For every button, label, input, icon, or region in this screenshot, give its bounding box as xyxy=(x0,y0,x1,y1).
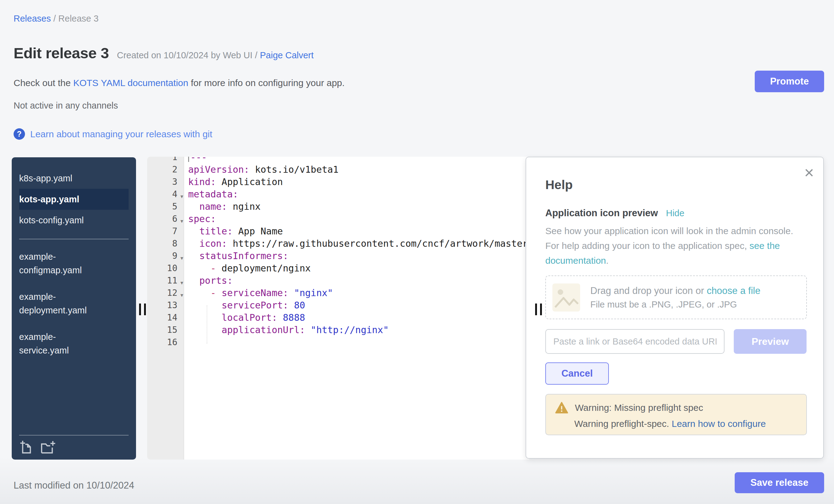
code-text: name: nginx xyxy=(184,200,261,213)
code-line[interactable]: 15 applicationUrl: "http://nginx" xyxy=(147,324,529,336)
title-row: Edit release 3 Created on 10/10/2024 by … xyxy=(14,44,314,62)
code-text: icon: https://raw.githubusercontent.com/… xyxy=(184,238,529,250)
warning-box: Warning: Missing preflight spec Warning … xyxy=(545,394,807,435)
cancel-button[interactable]: Cancel xyxy=(545,363,609,385)
promote-button[interactable]: Promote xyxy=(755,71,824,92)
line-number: 11 xyxy=(147,275,184,287)
code-text: ports: xyxy=(184,275,233,287)
code-text: localPort: 8888 xyxy=(184,311,305,324)
code-rows: 1---2apiVersion: kots.io/v1beta13kind: A… xyxy=(147,157,529,349)
code-line[interactable]: 9 statusInformers: xyxy=(147,250,529,262)
add-folder-icon[interactable] xyxy=(40,440,56,455)
code-text: applicationUrl: "http://nginx" xyxy=(184,324,389,336)
line-number: 8 xyxy=(147,238,184,250)
code-line[interactable]: 8 icon: https://raw.githubusercontent.co… xyxy=(147,238,529,250)
page-title: Edit release 3 xyxy=(14,44,109,62)
line-number: 4 xyxy=(147,188,184,200)
line-number: 1 xyxy=(147,157,184,163)
code-text: --- xyxy=(184,157,207,163)
description-period: . xyxy=(606,256,609,266)
pane-resize-handle-left[interactable] xyxy=(139,304,146,315)
created-info: Created on 10/10/2024 by Web UI / Paige … xyxy=(117,50,314,61)
line-number: 10 xyxy=(147,262,184,275)
code-text: metadata: xyxy=(184,188,238,200)
add-file-icon[interactable] xyxy=(19,440,33,455)
created-author-link[interactable]: Paige Calvert xyxy=(260,50,314,60)
dropzone-text: Drag and drop your icon or xyxy=(590,285,707,296)
close-icon[interactable]: × xyxy=(804,164,814,181)
code-line[interactable]: 6spec: xyxy=(147,213,529,225)
sidebar-file[interactable]: kots-config.yaml xyxy=(19,210,129,231)
sidebar-file[interactable]: example-service.yaml xyxy=(19,328,96,360)
code-line[interactable]: 1--- xyxy=(147,157,529,163)
file-group-app: k8s-app.yamlkots-app.yamlkots-config.yam… xyxy=(12,168,136,231)
icon-dropzone[interactable]: Drag and drop your icon or choose a file… xyxy=(545,276,807,319)
line-number: 2 xyxy=(147,163,184,176)
kots-doc-link[interactable]: KOTS YAML documentation xyxy=(73,78,188,88)
text-cursor xyxy=(188,157,189,162)
code-text: kind: Application xyxy=(184,176,283,188)
sidebar-file[interactable]: example-deployment.yaml xyxy=(19,287,96,320)
breadcrumb-current: Release 3 xyxy=(58,14,99,23)
code-line[interactable]: 10 - deployment/nginx xyxy=(147,262,529,275)
warning-icon xyxy=(555,402,568,414)
created-text: Created on 10/10/2024 by Web UI / xyxy=(117,50,260,60)
code-text: servicePort: 80 xyxy=(184,299,305,311)
code-line[interactable]: 13 servicePort: 80 xyxy=(147,299,529,311)
warning-text: Warning preflight-spec. xyxy=(574,419,672,429)
code-text xyxy=(184,336,188,349)
icon-url-input[interactable] xyxy=(545,329,725,354)
doc-hint: Check out the KOTS YAML documentation fo… xyxy=(14,78,345,88)
code-line[interactable]: 11 ports: xyxy=(147,275,529,287)
sidebar-actions-divider xyxy=(19,435,129,436)
hide-link[interactable]: Hide xyxy=(666,208,684,218)
code-text: - deployment/nginx xyxy=(184,262,311,275)
help-panel: × Help Application icon preview Hide See… xyxy=(526,157,824,459)
line-number: 14 xyxy=(147,311,184,324)
pane-resize-handle-right[interactable] xyxy=(535,304,542,315)
image-placeholder-icon xyxy=(552,283,580,312)
line-number: 13 xyxy=(147,299,184,311)
sidebar-file[interactable]: example-configmap.yaml xyxy=(19,247,96,280)
code-line[interactable]: 14 localPort: 8888 xyxy=(147,311,529,324)
sidebar-file[interactable]: kots-app.yaml xyxy=(19,189,129,210)
line-number: 12 xyxy=(147,287,184,299)
code-line[interactable]: 16 xyxy=(147,336,529,349)
breadcrumb: Releases / Release 3 xyxy=(14,14,99,24)
code-line[interactable]: 4metadata: xyxy=(147,188,529,200)
code-text: - serviceName: "nginx" xyxy=(184,287,333,299)
warning-title: Warning: Missing preflight spec xyxy=(575,402,703,413)
icon-preview-description: See how your application icon will look … xyxy=(545,224,798,268)
sidebar-divider xyxy=(19,239,129,239)
yaml-editor[interactable]: 1---2apiVersion: kots.io/v1beta13kind: A… xyxy=(147,157,529,460)
file-group-examples: example-configmap.yamlexample-deployment… xyxy=(12,247,136,360)
help-title: Help xyxy=(545,178,807,192)
channel-status: Not active in any channels xyxy=(14,101,118,111)
save-release-button[interactable]: Save release xyxy=(735,472,824,493)
choose-file-link[interactable]: choose a file xyxy=(707,285,760,296)
icon-preview-title: Application icon preview xyxy=(545,207,658,219)
sidebar-file[interactable]: k8s-app.yaml xyxy=(19,168,129,189)
line-number: 16 xyxy=(147,336,184,349)
code-line[interactable]: 3kind: Application xyxy=(147,176,529,188)
dropzone-hint: File must be a .PNG, .JPEG, or .JPG xyxy=(590,300,760,310)
file-sidebar: k8s-app.yamlkots-app.yamlkots-config.yam… xyxy=(12,157,136,460)
code-line[interactable]: 7 title: App Name xyxy=(147,225,529,238)
line-number: 5 xyxy=(147,200,184,213)
line-number: 3 xyxy=(147,176,184,188)
code-line[interactable]: 5 name: nginx xyxy=(147,200,529,213)
code-text: title: App Name xyxy=(184,225,283,238)
git-help-row: ? Learn about managing your releases wit… xyxy=(14,128,212,140)
code-line[interactable]: 12 - serviceName: "nginx" xyxy=(147,287,529,299)
warning-configure-link[interactable]: Learn how to configure xyxy=(672,419,766,429)
breadcrumb-releases-link[interactable]: Releases xyxy=(14,14,51,23)
line-number: 6 xyxy=(147,213,184,225)
git-help-link[interactable]: Learn about managing your releases with … xyxy=(30,129,212,139)
question-icon: ? xyxy=(14,128,25,140)
code-text: apiVersion: kots.io/v1beta1 xyxy=(184,163,339,176)
code-line[interactable]: 2apiVersion: kots.io/v1beta1 xyxy=(147,163,529,176)
preview-button[interactable]: Preview xyxy=(734,329,807,354)
line-number: 9 xyxy=(147,250,184,262)
code-text: spec: xyxy=(184,213,216,225)
doc-hint-prefix: Check out the xyxy=(14,78,73,88)
